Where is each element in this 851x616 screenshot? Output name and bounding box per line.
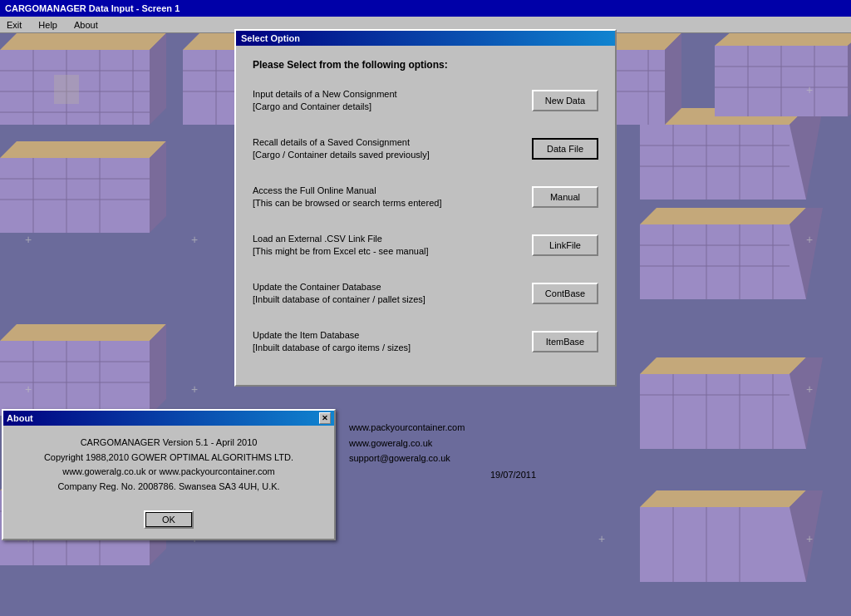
cross-mark-8: + [806,233,813,246]
link-file-button[interactable]: LinkFile [532,234,598,256]
svg-marker-63 [640,357,806,374]
option-text-new-data: Input details of a New Consignment [Carg… [253,88,532,114]
svg-marker-38 [0,141,166,158]
svg-rect-21 [640,125,806,200]
option-line2-item-base: [Inbuilt database of cargo items / sizes… [253,342,524,354]
app-title: CARGOMANAGER Data Input - Screen 1 [5,3,180,13]
about-date: 19/07/2011 [490,470,536,480]
manual-button[interactable]: Manual [532,186,598,208]
svg-rect-47 [640,224,806,299]
about-line-3: www.goweralg.co.uk or www.packyourcontai… [17,465,321,480]
option-line2-data-file: [Cargo / Container details saved previou… [253,149,524,161]
cargo-tile-11 [698,33,851,125]
option-text-item-base: Update the Item Database [Inbuilt databa… [253,329,532,355]
dialog-header-title: Select Option [241,33,300,43]
dialog-heading: Please Select from the following options… [253,59,598,71]
option-text-manual: Access the Full Online Manual [This can … [253,185,532,210]
option-row-item-base: Update the Item Database [Inbuilt databa… [253,323,598,360]
cargo-tile-1 [0,33,166,133]
svg-rect-64 [640,374,806,449]
about-ok-row: OK [3,504,334,539]
menu-about[interactable]: About [71,19,101,31]
cargo-tile-6 [623,200,823,308]
option-line2-cont-base: [Inbuilt database of container / pallet … [253,293,524,306]
option-row-link-file: Load an External .CSV Link File [This mi… [253,227,598,264]
title-bar: CARGOMANAGER Data Input - Screen 1 [0,0,851,17]
cross-mark-3: + [25,382,32,396]
option-row-new-data: Input details of a New Consignment [Carg… [253,82,598,119]
option-line2-new-data: [Cargo and Container details] [253,101,524,113]
cargo-tile-8 [623,349,823,457]
about-title-bar: About ✕ [3,411,334,426]
cargo-tile-10 [623,482,823,590]
svg-marker-55 [0,324,166,341]
svg-rect-79 [640,507,806,582]
option-row-manual: Access the Full Online Manual [This can … [253,179,598,215]
about-line-2: Copyright 1988,2010 GOWER OPTIMAL ALGORI… [17,451,321,466]
svg-marker-46 [640,208,806,224]
cargo-tile-7 [0,316,166,424]
svg-rect-56 [0,341,150,416]
about-link-3: support@goweralg.co.uk [349,451,465,466]
option-row-data-file: Recall details of a Saved Consignment [C… [253,131,598,167]
cross-mark-7: + [806,83,813,96]
item-base-button[interactable]: ItemBase [532,331,598,352]
dialog-header: Select Option [236,31,615,46]
svg-rect-10 [54,75,79,104]
option-line1-link-file: Load an External .CSV Link File [253,233,524,245]
cross-mark-11: + [598,532,605,545]
option-text-cont-base: Update the Container Database [Inbuilt d… [253,281,532,307]
about-line-4: Company Reg. No. 2008786. Swansea SA3 4U… [17,480,321,495]
svg-rect-39 [0,158,150,233]
dialog-body: Please Select from the following options… [236,46,615,385]
new-data-button[interactable]: New Data [532,90,598,111]
svg-marker-0 [0,33,166,50]
cross-mark-1: + [25,233,32,246]
option-line2-link-file: [This might be from Excel etc - see manu… [253,245,524,258]
cont-base-button[interactable]: ContBase [532,283,598,304]
option-line1-new-data: Input details of a New Consignment [253,88,524,101]
option-line1-cont-base: Update the Container Database [253,281,524,293]
option-line1-data-file: Recall details of a Saved Consignment [253,136,524,149]
data-file-button[interactable]: Data File [532,138,598,160]
svg-marker-86 [848,33,851,116]
cross-mark-10: + [806,532,813,545]
about-link-1: www.packyourcontainer.com [349,420,465,436]
option-line1-manual: Access the Full Online Manual [253,185,524,197]
option-text-data-file: Recall details of a Saved Consignment [C… [253,136,532,162]
about-line-1: CARGOMANAGER Version 5.1 - April 2010 [17,436,321,451]
option-row-cont-base: Update the Container Database [Inbuilt d… [253,275,598,312]
about-title-label: About [7,413,33,423]
cross-mark-9: + [806,382,813,396]
about-body: CARGOMANAGER Version 5.1 - April 2010 Co… [3,426,334,504]
about-dialog: About ✕ CARGOMANAGER Version 5.1 - April… [2,409,336,540]
cross-mark-2: + [191,233,198,246]
cargo-tile-5 [0,133,166,241]
about-link-2: www.goweralg.co.uk [349,436,465,451]
about-close-button[interactable]: ✕ [319,412,331,424]
main-dialog: Select Option Please Select from the fol… [234,29,617,387]
option-line1-item-base: Update the Item Database [253,329,524,342]
svg-marker-84 [715,33,851,46]
about-ok-button[interactable]: OK [144,510,194,529]
cross-mark-4: + [191,382,198,396]
menu-help[interactable]: Help [35,19,61,31]
about-right-info: www.packyourcontainer.com www.goweralg.c… [349,420,465,466]
svg-marker-78 [640,490,806,507]
option-line2-manual: [This can be browsed or search terms ent… [253,197,524,209]
option-text-link-file: Load an External .CSV Link File [This mi… [253,233,532,259]
menu-exit[interactable]: Exit [3,19,25,31]
